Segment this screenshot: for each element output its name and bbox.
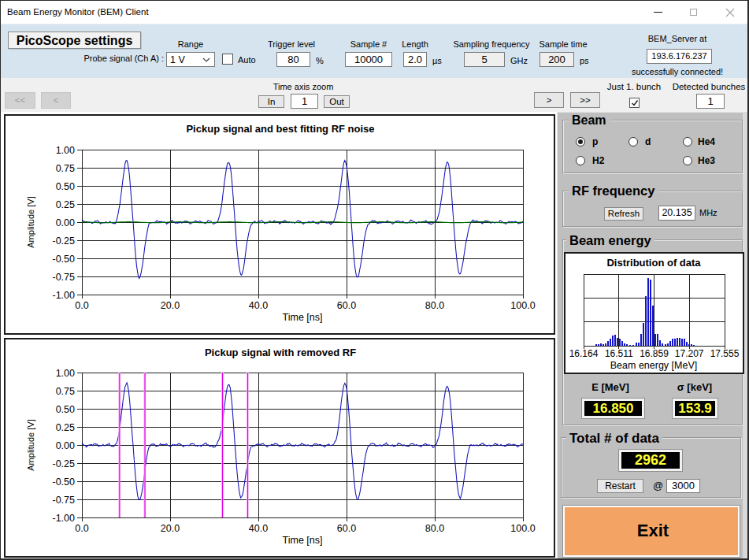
svg-text:1.00: 1.00 <box>56 145 75 156</box>
svg-text:0.75: 0.75 <box>56 386 75 397</box>
svg-text:0.75: 0.75 <box>56 163 75 174</box>
svg-text:0.00: 0.00 <box>56 440 75 451</box>
svg-text:-0.25: -0.25 <box>53 458 76 469</box>
svg-text:Pickup signal and best fitting: Pickup signal and best fitting RF noise <box>186 123 374 135</box>
svg-text:100.0: 100.0 <box>510 300 535 311</box>
svg-text:16.511: 16.511 <box>605 348 633 359</box>
svg-text:60.0: 60.0 <box>337 523 356 534</box>
svg-text:-0.75: -0.75 <box>53 272 76 283</box>
svg-text:Pickup signal with removed RF: Pickup signal with removed RF <box>205 347 356 358</box>
svg-text:-0.75: -0.75 <box>53 495 76 506</box>
svg-text:80.0: 80.0 <box>425 300 444 311</box>
svg-text:17.555: 17.555 <box>710 348 740 359</box>
svg-text:1.00: 1.00 <box>56 368 75 379</box>
svg-text:80.0: 80.0 <box>425 523 444 534</box>
svg-text:40.0: 40.0 <box>249 300 268 311</box>
svg-text:Amplitude [V]: Amplitude [V] <box>26 196 35 247</box>
svg-text:Distribution of data: Distribution of data <box>606 257 701 269</box>
svg-text:-1.00: -1.00 <box>53 513 76 524</box>
svg-text:16.859: 16.859 <box>640 348 669 359</box>
svg-text:0.50: 0.50 <box>56 404 75 415</box>
svg-text:0.50: 0.50 <box>56 181 75 192</box>
svg-text:Beam energy [MeV]: Beam energy [MeV] <box>610 360 697 371</box>
svg-text:20.0: 20.0 <box>161 523 180 534</box>
svg-text:40.0: 40.0 <box>249 523 268 534</box>
svg-text:-0.50: -0.50 <box>53 254 76 265</box>
svg-text:0.0: 0.0 <box>75 523 88 534</box>
svg-text:Time [ns]: Time [ns] <box>283 312 323 323</box>
svg-text:17.207: 17.207 <box>675 348 704 359</box>
svg-text:60.0: 60.0 <box>337 300 356 311</box>
svg-text:16.164: 16.164 <box>569 348 599 359</box>
svg-text:0.0: 0.0 <box>75 300 88 311</box>
svg-text:-1.00: -1.00 <box>53 290 76 301</box>
svg-text:0.00: 0.00 <box>56 217 75 228</box>
svg-text:Time [ns]: Time [ns] <box>283 535 323 546</box>
svg-text:100.0: 100.0 <box>510 523 535 534</box>
svg-text:-0.25: -0.25 <box>53 235 76 247</box>
svg-text:Amplitude [V]: Amplitude [V] <box>26 419 35 470</box>
svg-text:-0.50: -0.50 <box>53 477 76 488</box>
svg-text:20.0: 20.0 <box>161 300 180 311</box>
svg-text:0.25: 0.25 <box>56 422 75 433</box>
svg-text:0.25: 0.25 <box>56 199 75 210</box>
